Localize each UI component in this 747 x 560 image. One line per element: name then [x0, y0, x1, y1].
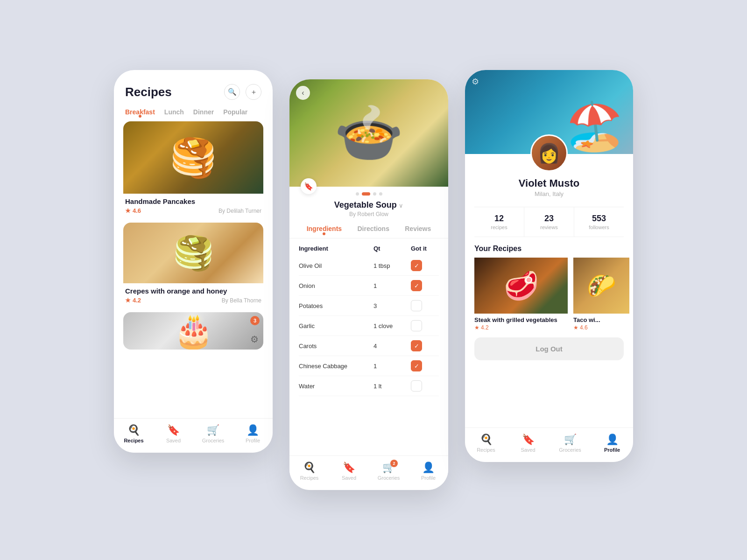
back-button[interactable]: ‹ [296, 86, 310, 100]
recipe-info-crepes: Crepes with orange and honey ★ 4.2 By Be… [123, 283, 263, 306]
recipe-detail-author: By Robert Glow [299, 211, 439, 217]
bottom-nav-detail: 🍳 Recipes 🔖 Saved 🛒 2 Groceries 👤 Profil… [289, 455, 448, 490]
ingredient-check[interactable] [411, 380, 422, 392]
recipe-author-pancakes: By Delilah Turner [218, 208, 261, 214]
tab-lunch[interactable]: Lunch [164, 108, 184, 116]
nav-item-profile[interactable]: 👤 Profile [598, 434, 626, 453]
ingredient-qty: 1 clove [374, 322, 411, 329]
recipe-meta-pancakes: ★ 4.6 By Delilah Turner [125, 207, 261, 214]
ingredients-table: Ingredient Qt Got it Olive Oil 1 tbsp ✓ … [289, 238, 448, 455]
profile-cover: ⚙ 👩 [465, 70, 633, 154]
nav-item-groceries[interactable]: 🛒 Groceries [199, 424, 227, 443]
recipes-label: recipes [474, 224, 524, 230]
ingredient-name-chinese-cabbage: Chinese Cabbage [299, 363, 374, 370]
ingredient-check[interactable]: ✓ [411, 280, 422, 291]
dot-4[interactable] [379, 192, 382, 196]
steak-image: 🥩 [474, 258, 568, 314]
recipe-detail-header: Vegetable Soup ∨ By Robert Glow [289, 197, 448, 219]
ingredient-name: Olive Oil [299, 262, 374, 269]
filter-badge: 3 [250, 316, 260, 325]
profile-nav-label: Profile [421, 475, 436, 481]
recipes-nav-icon: 🍳 [127, 424, 140, 436]
reviews-count: 23 [524, 214, 574, 224]
ingredient-check[interactable] [411, 320, 422, 331]
nav-item-saved[interactable]: 🔖 Saved [514, 434, 542, 453]
taco-name: Taco wi... [573, 316, 629, 323]
table-row: Chinese Cabbage 1 ✓ [299, 356, 439, 376]
dot-2[interactable] [362, 192, 370, 196]
page-title: Recipes [125, 85, 172, 99]
stat-followers: 553 followers [574, 207, 624, 237]
nav-item-profile[interactable]: 👤 Profile [415, 462, 443, 481]
table-row: Olive Oil 1 tbsp ✓ [299, 256, 439, 276]
profile-nav-icon: 👤 [247, 424, 259, 436]
tab-ingredients[interactable]: Ingredients [307, 225, 342, 235]
groceries-nav-icon: 🛒 [207, 424, 219, 436]
recipe-info-pancakes: Handmade Pancakes ★ 4.6 By Delilah Turne… [123, 194, 263, 216]
recipe-card-pancakes[interactable]: Handmade Pancakes ★ 4.6 By Delilah Turne… [123, 121, 263, 216]
recipe-image-cake [123, 312, 263, 350]
profile-nav-label: Profile [604, 447, 620, 453]
user-name: Violet Musto [474, 177, 624, 189]
your-recipe-card-taco[interactable]: 🌮 Taco wi... ★ 4.6 [573, 258, 629, 331]
groceries-badge: 2 [390, 460, 398, 467]
recipe-rating-pancakes: ★ 4.6 [125, 207, 141, 214]
recipe-card-crepes[interactable]: Crepes with orange and honey ★ 4.2 By Be… [123, 223, 263, 306]
nav-item-groceries[interactable]: 🛒 2 Groceries [375, 462, 403, 481]
recipes-nav-label: Recipes [300, 475, 319, 481]
profile-nav-icon: 👤 [422, 462, 435, 474]
recipes-header: Recipes 🔍 ＋ [114, 70, 273, 105]
stat-recipes: 12 recipes [474, 207, 524, 237]
stat-reviews: 23 reviews [524, 207, 574, 237]
nav-item-recipes[interactable]: 🍳 Recipes [120, 424, 148, 443]
bookmark-button[interactable]: 🔖 [301, 178, 317, 194]
filter-icon[interactable]: ⚙ [250, 334, 259, 345]
recipes-nav-label: Recipes [477, 447, 495, 453]
recipe-detail-name: Vegetable Soup ∨ [299, 200, 439, 210]
nav-item-groceries[interactable]: 🛒 Groceries [556, 434, 584, 453]
dot-1[interactable] [356, 192, 359, 196]
table-row: Potatoes 3 [299, 296, 439, 316]
saved-nav-label: Saved [166, 438, 181, 443]
recipes-nav-icon: 🍳 [303, 462, 316, 474]
bottom-nav-recipes: 🍳 Recipes 🔖 Saved 🛒 Groceries 👤 Profile [114, 418, 273, 453]
your-recipe-card-steak[interactable]: 🥩 Steak with grilled vegetables ★ 4.2 [474, 258, 568, 331]
recipe-card-cake[interactable]: 3 ⚙ [123, 312, 263, 350]
recipe-hero-image [289, 79, 448, 187]
col-ingredient: Ingredient [299, 245, 374, 252]
recipe-meta-crepes: ★ 4.2 By Bella Thorne [125, 297, 261, 304]
tab-breakfast[interactable]: Breakfast [125, 108, 155, 116]
recipes-count: 12 [474, 214, 524, 224]
ingredient-check[interactable]: ✓ [411, 260, 422, 271]
nav-item-recipes[interactable]: 🍳 Recipes [472, 434, 500, 453]
tab-dinner[interactable]: Dinner [193, 108, 214, 116]
followers-label: followers [574, 224, 624, 230]
nav-item-saved[interactable]: 🔖 Saved [335, 462, 363, 481]
your-recipes-title: Your Recipes [465, 242, 633, 258]
add-icon[interactable]: ＋ [246, 84, 261, 100]
search-icon[interactable]: 🔍 [224, 84, 240, 100]
logout-button[interactable]: Log Out [474, 337, 624, 360]
nav-item-profile[interactable]: 👤 Profile [239, 424, 267, 443]
nav-item-recipes[interactable]: 🍳 Recipes [296, 462, 324, 481]
groceries-badge-wrap: 🛒 2 [382, 462, 395, 474]
table-header: Ingredient Qt Got it [299, 243, 439, 256]
ingredient-check[interactable]: ✓ [411, 360, 422, 371]
groceries-nav-label: Groceries [378, 475, 400, 481]
recipe-name-pancakes: Handmade Pancakes [125, 197, 261, 205]
tab-directions[interactable]: Directions [357, 225, 389, 235]
tab-reviews[interactable]: Reviews [405, 225, 431, 235]
col-qt: Qt [374, 245, 411, 252]
nav-item-saved[interactable]: 🔖 Saved [160, 424, 188, 443]
chevron-down-icon: ∨ [399, 202, 403, 209]
dot-3[interactable] [373, 192, 376, 196]
ingredient-check[interactable]: ✓ [411, 340, 422, 351]
phone-recipes: Recipes 🔍 ＋ Breakfast Lunch Dinner Popul… [114, 70, 273, 453]
ingredient-check[interactable] [411, 300, 422, 311]
settings-icon[interactable]: ⚙ [472, 77, 479, 87]
saved-nav-icon: 🔖 [343, 462, 355, 474]
tab-popular[interactable]: Popular [223, 108, 247, 116]
ingredient-qty: 1 [374, 363, 411, 370]
ingredient-name: Water [299, 383, 374, 390]
recipe-image-pancakes [123, 121, 263, 194]
